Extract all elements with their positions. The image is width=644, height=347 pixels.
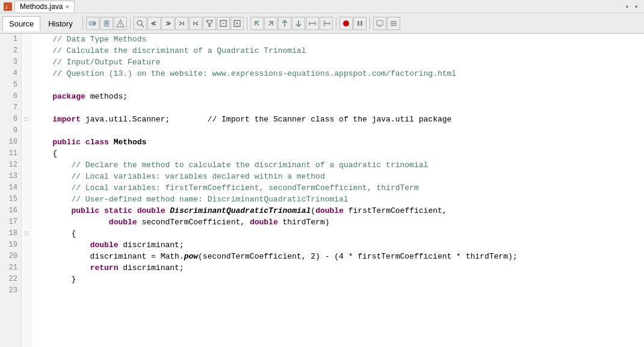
line-number: 18: [4, 228, 17, 239]
toolbar-separator-2: [130, 17, 131, 30]
toolbar-btn-6[interactable]: [264, 17, 277, 30]
nav-right-icon[interactable]: ▸: [633, 2, 640, 11]
code-line: discriminant = Math.pow(secondTermCoeffi…: [34, 251, 642, 262]
toolbar-btn-10[interactable]: [320, 17, 333, 30]
fold-marker: [22, 205, 31, 216]
toolbar-separator-1: [82, 17, 83, 30]
line-number: 14: [4, 182, 17, 194]
toolbar-btn-3[interactable]: [114, 17, 127, 30]
toolbar-btn-7[interactable]: [278, 17, 291, 30]
title-bar-left: J Methods.java ×: [4, 1, 75, 12]
fold-gutter: □□: [22, 34, 31, 347]
fold-marker: [22, 102, 31, 114]
toolbar-group-1: [86, 17, 127, 30]
line-number: 5: [4, 79, 17, 91]
toolbar-btn-expand[interactable]: [231, 17, 244, 30]
tab-history[interactable]: History: [42, 16, 79, 31]
code-line: [34, 285, 642, 296]
line-number: 17: [4, 216, 17, 228]
line-number: 23: [4, 285, 17, 296]
line-number: 12: [4, 159, 17, 171]
code-line: // Question (13.) on the website: www.ex…: [34, 68, 642, 79]
file-tab-label: Methods.java: [20, 2, 63, 11]
fold-marker: [22, 251, 31, 262]
fold-marker: [22, 285, 31, 296]
code-line: [34, 102, 642, 114]
code-line: [34, 125, 642, 137]
fold-marker: [22, 79, 31, 91]
fold-marker: [22, 34, 31, 45]
code-line: public static double DiscriminantQuadrat…: [34, 205, 642, 216]
code-line: // Data Type Methods: [34, 34, 642, 45]
line-numbers: 1234567891011121314151617181920212223: [0, 34, 22, 347]
fold-marker[interactable]: □: [22, 228, 31, 239]
toolbar-btn-5[interactable]: [250, 17, 264, 30]
toolbar-separator-3: [247, 17, 247, 30]
toolbar-btn-11[interactable]: [373, 17, 386, 30]
line-number: 19: [4, 239, 17, 251]
tab-source[interactable]: Source: [2, 16, 40, 31]
fold-marker: [22, 239, 31, 251]
toolbar-btn-1[interactable]: [86, 17, 99, 30]
code-line: return discriminant;: [34, 262, 642, 274]
fold-marker: [22, 68, 31, 79]
line-number: 8: [4, 114, 17, 125]
code-line: import java.util.Scanner; // Import the …: [34, 114, 642, 125]
svg-rect-26: [358, 21, 359, 26]
toolbar-btn-stop[interactable]: [339, 17, 353, 30]
line-number: 4: [4, 68, 17, 79]
code-area: 1234567891011121314151617181920212223 □□…: [0, 34, 644, 347]
line-number: 3: [4, 57, 17, 68]
code-line: package methods;: [34, 91, 642, 102]
code-line: }: [34, 274, 642, 285]
toolbar-btn-search[interactable]: [134, 17, 147, 30]
toolbar-group-3: [250, 17, 333, 30]
fold-marker: [22, 182, 31, 194]
svg-marker-24: [329, 22, 330, 25]
code-line: [34, 79, 642, 91]
line-number: 13: [4, 171, 17, 182]
line-number: 20: [4, 251, 17, 262]
toolbar-btn-8[interactable]: [292, 17, 305, 30]
file-tab[interactable]: Methods.java ×: [14, 1, 75, 12]
fold-marker: [22, 125, 31, 137]
toolbar-separator-5: [370, 17, 370, 30]
fold-marker: [22, 45, 31, 57]
toolbar-btn-prev[interactable]: [147, 17, 161, 30]
toolbar-group-2: [134, 17, 244, 30]
toolbar-btn-jump-next[interactable]: [175, 17, 188, 30]
toolbar-btn-next[interactable]: [161, 17, 175, 30]
fold-marker: [22, 262, 31, 274]
fold-marker: [22, 137, 31, 148]
code-line: // Declare the method to calculate the d…: [34, 159, 642, 171]
toolbar-btn-2[interactable]: [100, 17, 113, 30]
svg-point-9: [120, 25, 121, 26]
code-line: double secondTermCoefficient, double thi…: [34, 216, 642, 228]
toolbar-btn-jump-prev[interactable]: [189, 17, 202, 30]
line-number: 11: [4, 148, 17, 159]
fold-marker: [22, 159, 31, 171]
code-line: // Local variables: variables declared w…: [34, 171, 642, 182]
fold-marker: [22, 57, 31, 68]
code-line: // User-defined method name: Discriminan…: [34, 194, 642, 205]
toolbar-btn-pause[interactable]: [353, 17, 367, 30]
svg-marker-14: [206, 20, 212, 26]
fold-marker: [22, 274, 31, 285]
line-number: 10: [4, 137, 17, 148]
toolbar-btn-12[interactable]: [387, 17, 400, 30]
code-content[interactable]: // Data Type Methods // Calculate the di…: [31, 34, 644, 347]
svg-marker-3: [94, 20, 96, 26]
svg-point-10: [137, 20, 142, 25]
line-number: 1: [4, 34, 17, 45]
close-icon[interactable]: ×: [65, 3, 69, 10]
line-number: 21: [4, 262, 17, 274]
toolbar-btn-9[interactable]: [306, 17, 319, 30]
toolbar-btn-filter[interactable]: [203, 17, 216, 30]
nav-left-icon[interactable]: ◂: [623, 2, 631, 11]
toolbar-btn-mark[interactable]: [217, 17, 230, 30]
java-file-icon: J: [4, 2, 12, 11]
fold-marker[interactable]: □: [22, 114, 31, 125]
svg-rect-27: [361, 21, 362, 26]
code-line: // Local variables: firstTermCoefficient…: [34, 182, 642, 194]
line-number: 15: [4, 194, 17, 205]
